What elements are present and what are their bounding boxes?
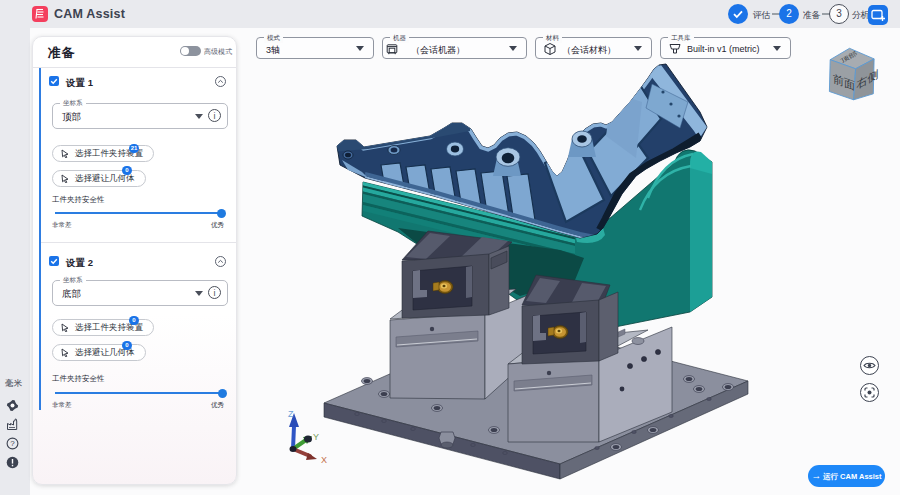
svg-text:Y: Y	[313, 432, 319, 442]
svg-text:X: X	[321, 455, 327, 465]
svg-text:Z: Z	[288, 409, 294, 419]
